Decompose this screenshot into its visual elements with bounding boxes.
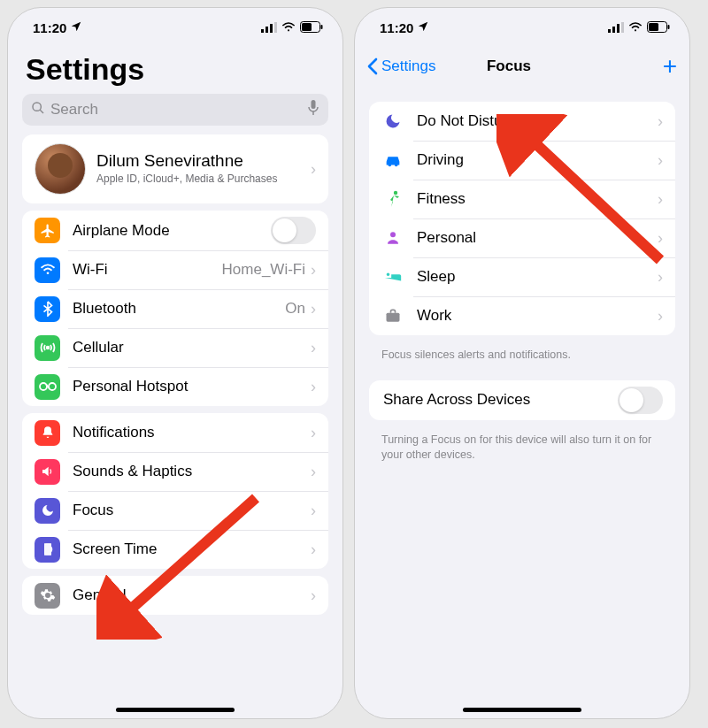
battery-icon: [647, 20, 670, 35]
connectivity-group: Airplane Mode Wi-Fi Home_Wi-Fi › Bluetoo…: [22, 211, 328, 406]
svg-rect-10: [312, 100, 316, 109]
svg-rect-29: [387, 313, 400, 322]
do-not-disturb-row[interactable]: Do Not Disturb ›: [369, 102, 675, 141]
chevron-icon: ›: [311, 339, 316, 357]
svg-rect-22: [621, 22, 624, 33]
wifi-row[interactable]: Wi-Fi Home_Wi-Fi ›: [22, 250, 328, 289]
add-button[interactable]: +: [650, 52, 677, 80]
svg-point-4: [288, 29, 289, 31]
share-group: Share Across Devices: [369, 380, 675, 420]
bluetooth-row[interactable]: Bluetooth On ›: [22, 289, 328, 328]
work-label: Work: [417, 307, 658, 325]
notifications-group: Notifications › Sounds & Haptics › Focus…: [22, 413, 328, 569]
svg-point-13: [46, 347, 49, 349]
profile-group: Dilum Senevirathne Apple ID, iCloud+, Me…: [22, 134, 328, 203]
notifications-row[interactable]: Notifications ›: [22, 413, 328, 452]
svg-rect-2: [270, 24, 273, 33]
svg-rect-21: [617, 24, 620, 33]
chevron-icon: ›: [311, 586, 316, 605]
sleep-label: Sleep: [417, 268, 658, 286]
share-across-devices-row[interactable]: Share Across Devices: [369, 380, 675, 420]
profile-subtitle: Apple ID, iCloud+, Media & Purchases: [96, 172, 311, 187]
home-indicator[interactable]: [116, 708, 235, 712]
chevron-icon: ›: [311, 261, 316, 280]
status-bar: 11:20: [8, 8, 342, 47]
status-time: 11:20: [33, 20, 66, 35]
airplane-mode-row[interactable]: Airplane Mode: [22, 211, 328, 250]
location-icon: [70, 20, 82, 35]
svg-point-12: [46, 272, 49, 274]
signal-icon: [608, 20, 624, 35]
svg-rect-1: [266, 27, 268, 33]
settings-screen: 11:20 Settings Search Dilum Senevirathne: [7, 7, 343, 719]
profile-name: Dilum Senevirathne: [96, 151, 311, 171]
status-bar: 11:20: [355, 8, 689, 47]
status-time: 11:20: [380, 20, 413, 35]
bluetooth-label: Bluetooth: [73, 300, 285, 318]
general-row[interactable]: General ›: [22, 576, 328, 615]
sounds-label: Sounds & Haptics: [73, 463, 311, 480]
location-icon: [417, 20, 429, 35]
chevron-icon: ›: [658, 229, 663, 248]
mic-icon[interactable]: [307, 100, 319, 120]
chevron-icon: ›: [658, 112, 663, 131]
airplane-toggle[interactable]: [271, 217, 316, 244]
search-input[interactable]: Search: [22, 94, 328, 126]
bed-icon: [381, 271, 404, 283]
bluetooth-value: On: [285, 300, 305, 318]
apple-id-row[interactable]: Dilum Senevirathne Apple ID, iCloud+, Me…: [22, 134, 328, 203]
battery-icon: [300, 20, 323, 35]
hotspot-row[interactable]: Personal Hotspot ›: [22, 367, 328, 406]
chevron-icon: ›: [311, 502, 316, 520]
wifi-label: Wi-Fi: [73, 261, 222, 279]
chevron-icon: ›: [658, 151, 663, 170]
general-group: General ›: [22, 576, 328, 615]
svg-rect-26: [668, 25, 670, 29]
svg-rect-3: [274, 22, 277, 33]
general-icon: [35, 583, 60, 609]
focus-screen: 11:20 Settings Focus + Do Not Disturb › …: [354, 7, 690, 719]
person-icon: [381, 230, 404, 246]
dnd-label: Do Not Disturb: [417, 112, 658, 130]
share-toggle[interactable]: [618, 387, 663, 414]
chevron-icon: ›: [658, 268, 663, 287]
chevron-icon: ›: [658, 307, 663, 326]
share-footer-text: Turning a Focus on for this device will …: [355, 427, 689, 466]
sounds-row[interactable]: Sounds & Haptics ›: [22, 452, 328, 491]
chevron-icon: ›: [311, 160, 316, 179]
chevron-icon: ›: [311, 540, 316, 559]
focus-icon: [35, 498, 60, 524]
airplane-icon: [35, 218, 60, 243]
svg-rect-7: [321, 25, 323, 29]
page-title: Settings: [8, 47, 342, 90]
svg-point-8: [33, 103, 41, 111]
screentime-row[interactable]: Screen Time ›: [22, 530, 328, 569]
fitness-row[interactable]: Fitness ›: [369, 180, 675, 218]
cellular-row[interactable]: Cellular ›: [22, 328, 328, 367]
nav-bar: Settings Focus +: [355, 47, 689, 86]
svg-line-9: [40, 110, 43, 113]
svg-rect-20: [612, 27, 615, 33]
svg-rect-25: [649, 23, 658, 31]
svg-rect-0: [261, 29, 264, 33]
wifi-icon: [628, 20, 643, 35]
fitness-icon: [381, 190, 404, 208]
home-indicator[interactable]: [463, 708, 581, 712]
briefcase-icon: [381, 308, 404, 324]
svg-point-23: [635, 29, 636, 31]
personal-row[interactable]: Personal ›: [369, 218, 675, 257]
work-row[interactable]: Work ›: [369, 296, 675, 335]
wifi-value: Home_Wi-Fi: [222, 261, 305, 279]
svg-point-14: [40, 383, 47, 390]
notifications-label: Notifications: [73, 424, 311, 441]
screentime-icon: [35, 537, 60, 563]
focus-row[interactable]: Focus ›: [22, 491, 328, 530]
focus-footer-text: Focus silences alerts and notifications.: [355, 342, 689, 366]
search-placeholder: Search: [50, 101, 98, 119]
sleep-row[interactable]: Sleep ›: [369, 257, 675, 296]
svg-point-15: [49, 383, 56, 390]
wifi-icon: [281, 20, 296, 35]
driving-row[interactable]: Driving ›: [369, 141, 675, 180]
sounds-icon: [35, 459, 60, 485]
airplane-label: Airplane Mode: [73, 222, 271, 240]
